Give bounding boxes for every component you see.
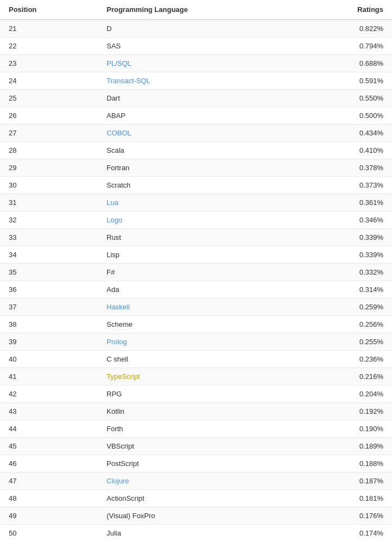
row-ratings: 0.339% (329, 233, 383, 241)
row-language: Clojure (107, 477, 329, 485)
row-language: Fortran (107, 164, 329, 172)
row-ratings: 0.192% (329, 407, 383, 415)
row-position: 31 (9, 198, 107, 207)
row-language: D (107, 24, 329, 33)
table-row: 38 Scheme 0.256% (0, 316, 392, 333)
row-ratings: 0.314% (329, 285, 383, 294)
row-position: 36 (9, 285, 107, 294)
row-ratings: 0.255% (329, 338, 383, 346)
row-ratings: 0.332% (329, 268, 383, 276)
row-language: (Visual) FoxPro (107, 512, 329, 520)
row-ratings: 0.189% (329, 442, 383, 450)
row-ratings: 0.550% (329, 94, 383, 102)
row-position: 21 (9, 24, 107, 33)
row-ratings: 0.216% (329, 372, 383, 381)
row-language: Dart (107, 94, 329, 102)
row-ratings: 0.794% (329, 42, 383, 50)
row-position: 24 (9, 77, 107, 85)
row-language: C shell (107, 355, 329, 363)
row-language: Scheme (107, 320, 329, 328)
row-position: 28 (9, 146, 107, 154)
table-row: 48 ActionScript 0.181% (0, 490, 392, 507)
row-position: 43 (9, 407, 107, 415)
table-row: 33 Rust 0.339% (0, 229, 392, 246)
row-language: Haskell (107, 303, 329, 311)
rankings-table: Position Programming Language Ratings 21… (0, 0, 392, 541)
row-language: Logo (107, 216, 329, 224)
row-language: Lisp (107, 251, 329, 259)
table-row: 29 Fortran 0.378% (0, 159, 392, 177)
row-position: 50 (9, 529, 107, 537)
row-position: 48 (9, 494, 107, 502)
row-language: Rust (107, 233, 329, 241)
row-position: 34 (9, 251, 107, 259)
row-ratings: 0.688% (329, 59, 383, 67)
header-language: Programming Language (107, 5, 329, 14)
row-position: 35 (9, 268, 107, 276)
row-language: Scratch (107, 181, 329, 189)
row-position: 27 (9, 129, 107, 137)
table-row: 22 SAS 0.794% (0, 38, 392, 55)
row-language: F# (107, 268, 329, 276)
table-row: 41 TypeScript 0.216% (0, 368, 392, 385)
row-ratings: 0.339% (329, 251, 383, 259)
row-position: 42 (9, 390, 107, 398)
row-ratings: 0.204% (329, 390, 383, 398)
row-ratings: 0.187% (329, 477, 383, 485)
table-row: 27 COBOL 0.434% (0, 125, 392, 142)
table-row: 30 Scratch 0.373% (0, 177, 392, 194)
header-ratings: Ratings (329, 5, 383, 14)
row-ratings: 0.361% (329, 198, 383, 207)
row-language: Transact-SQL (107, 77, 329, 85)
row-language: SAS (107, 42, 329, 50)
row-ratings: 0.259% (329, 303, 383, 311)
table-row: 42 RPG 0.204% (0, 385, 392, 403)
row-position: 45 (9, 442, 107, 450)
row-position: 23 (9, 59, 107, 67)
table-row: 28 Scala 0.410% (0, 142, 392, 159)
table-row: 23 PL/SQL 0.688% (0, 55, 392, 72)
row-ratings: 0.174% (329, 529, 383, 537)
row-position: 22 (9, 42, 107, 50)
row-language: Julia (107, 529, 329, 537)
table-row: 34 Lisp 0.339% (0, 246, 392, 264)
table-row: 21 D 0.822% (0, 20, 392, 38)
table-row: 39 Prolog 0.255% (0, 333, 392, 351)
table-row: 47 Clojure 0.187% (0, 472, 392, 490)
row-language: COBOL (107, 129, 329, 137)
row-ratings: 0.190% (329, 425, 383, 433)
row-position: 40 (9, 355, 107, 363)
row-position: 39 (9, 338, 107, 346)
row-ratings: 0.591% (329, 77, 383, 85)
row-ratings: 0.181% (329, 494, 383, 502)
row-position: 33 (9, 233, 107, 241)
table-row: 44 Forth 0.190% (0, 420, 392, 438)
row-ratings: 0.256% (329, 320, 383, 328)
row-ratings: 0.822% (329, 24, 383, 33)
table-row: 37 Haskell 0.259% (0, 299, 392, 316)
row-position: 46 (9, 459, 107, 468)
row-position: 37 (9, 303, 107, 311)
table-row: 26 ABAP 0.500% (0, 107, 392, 125)
table-row: 50 Julia 0.174% (0, 525, 392, 541)
row-ratings: 0.410% (329, 146, 383, 154)
row-position: 30 (9, 181, 107, 189)
header-position: Position (9, 5, 107, 14)
row-position: 41 (9, 372, 107, 381)
table-row: 31 Lua 0.361% (0, 194, 392, 212)
table-row: 36 Ada 0.314% (0, 281, 392, 299)
row-language: PostScript (107, 459, 329, 468)
table-row: 24 Transact-SQL 0.591% (0, 72, 392, 90)
table-row: 40 C shell 0.236% (0, 351, 392, 368)
table-row: 46 PostScript 0.188% (0, 455, 392, 472)
row-language: TypeScript (107, 372, 329, 381)
row-position: 32 (9, 216, 107, 224)
row-ratings: 0.500% (329, 111, 383, 120)
table-body: 21 D 0.822% 22 SAS 0.794% 23 PL/SQL 0.68… (0, 20, 392, 541)
row-ratings: 0.378% (329, 164, 383, 172)
row-language: Prolog (107, 338, 329, 346)
row-language: ActionScript (107, 494, 329, 502)
row-position: 44 (9, 425, 107, 433)
row-language: Lua (107, 198, 329, 207)
row-position: 26 (9, 111, 107, 120)
